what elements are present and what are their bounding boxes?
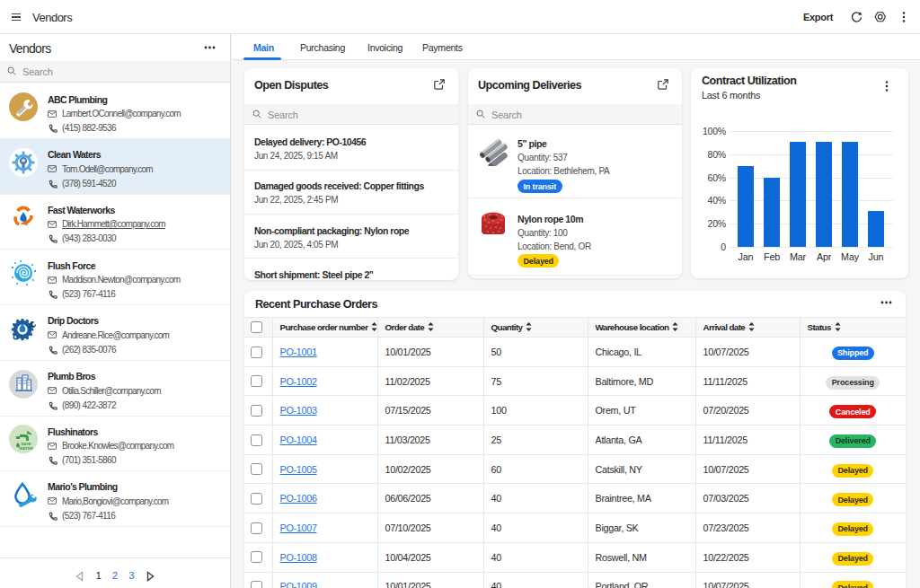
svg-text:WATER: WATER	[19, 446, 33, 451]
